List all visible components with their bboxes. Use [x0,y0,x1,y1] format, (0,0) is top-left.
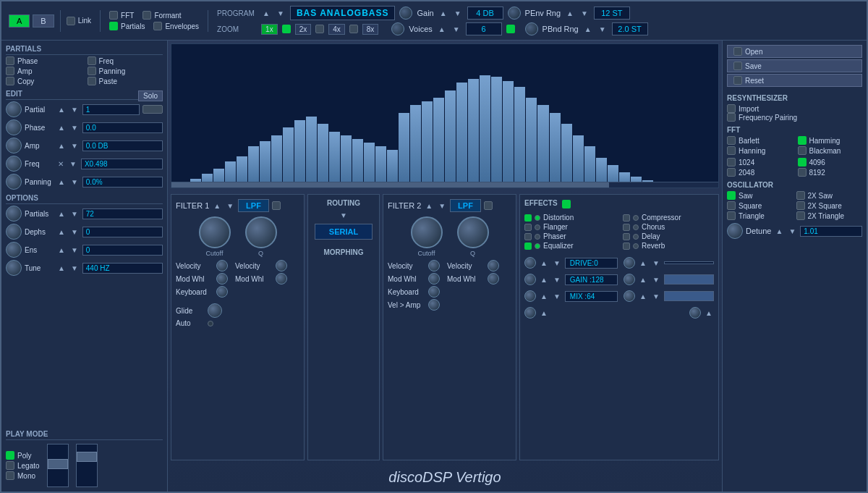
routing-display[interactable]: SERIAL [315,224,373,240]
copy-led[interactable] [6,77,14,85]
phase-knob[interactable] [6,119,22,135]
vel-amp-knob[interactable] [428,299,440,311]
drive-display[interactable]: DRIVE:0 [565,258,618,269]
extra2-up[interactable]: ▲ [704,309,714,317]
filter1-mod-knob2[interactable] [276,273,287,285]
filter1-led[interactable] [272,201,281,210]
tune-down[interactable]: ▼ [69,264,80,272]
mix-down[interactable]: ▼ [552,292,562,300]
filter2-mod-knob2[interactable] [488,273,499,285]
filter2-key-knob[interactable] [428,286,440,298]
extra-up[interactable]: ▲ [539,309,549,317]
partial-arrow-up[interactable]: ▲ [56,106,67,114]
partial-knob[interactable] [6,101,22,117]
filter2-vel-knob2[interactable] [488,260,499,271]
ens-up[interactable]: ▲ [56,246,67,254]
fft-led[interactable] [109,11,118,20]
equalizer-led[interactable] [524,243,532,250]
gain2-up[interactable]: ▲ [638,276,648,284]
compressor-led[interactable] [623,214,630,222]
paste-led[interactable] [88,77,96,85]
filter1-type[interactable]: LPF [238,199,269,212]
barlett-led[interactable] [727,136,736,145]
drive-down[interactable]: ▼ [552,259,562,267]
import-led[interactable] [727,104,736,113]
freq-value[interactable]: X0.498 [81,159,163,169]
partials-opt-knob[interactable] [6,206,22,222]
effects-led[interactable] [562,200,571,208]
envelopes-led[interactable] [153,22,162,30]
triangle2x-led[interactable] [796,211,805,220]
mix2-up[interactable]: ▲ [638,292,648,300]
zoom-8x[interactable]: 8x [362,24,379,35]
filter1-vel-knob2[interactable] [276,260,287,271]
gain-display[interactable]: 4 DB [467,7,503,20]
reset-button[interactable]: Reset [727,74,862,87]
zoom-4x[interactable]: 4x [328,24,345,35]
drive2-down[interactable]: ▼ [651,259,661,267]
phase-value[interactable]: 0.0 [82,122,163,133]
gain-knob-r[interactable] [624,274,635,285]
detune-down[interactable]: ▼ [787,227,797,235]
v4096-led[interactable] [798,158,807,167]
freq-pairing-led[interactable] [727,113,736,122]
amp-led[interactable] [6,67,14,75]
v8192-led[interactable] [798,168,807,177]
formant-led[interactable] [142,11,151,20]
program-display[interactable]: BAS ANALOGBASS [290,6,396,20]
gain-down[interactable]: ▼ [552,276,562,284]
triangle-led[interactable] [727,211,736,220]
amp-knob[interactable] [6,138,22,153]
mix-up[interactable]: ▲ [539,292,549,300]
gain2-down[interactable]: ▼ [651,276,661,284]
solo-button[interactable]: Solo [138,90,163,101]
panning-led[interactable] [88,67,96,75]
legato-led[interactable] [6,461,14,470]
square-led[interactable] [727,201,736,210]
partials-opt-down[interactable]: ▼ [69,210,80,218]
open-button[interactable]: Open [727,45,862,58]
pbnd-arrow-down[interactable]: ▼ [597,25,608,33]
mix-knob-l[interactable] [524,290,536,302]
detune-up[interactable]: ▲ [774,227,784,235]
flanger-led[interactable] [524,224,532,231]
mix2-down[interactable]: ▼ [651,292,661,300]
voices-arrow-up[interactable]: ▲ [437,25,447,33]
partial-value[interactable]: 1 [82,104,140,115]
tab-b[interactable]: B [33,14,54,28]
drive-knob-l[interactable] [524,257,536,269]
tune-knob[interactable] [6,260,22,276]
program-arrow-up[interactable]: ▲ [261,9,271,17]
filter2-vel-knob1[interactable] [428,260,440,271]
mix-display[interactable]: MIX :64 [565,291,618,302]
filter1-arrow-down[interactable]: ▼ [225,202,235,210]
filter1-cutoff-knob[interactable] [199,216,231,248]
penv-display[interactable]: 12 ST [594,7,630,20]
square2x-led[interactable] [796,201,805,210]
gain-display[interactable]: GAIN :128 [565,274,618,285]
voices-arrow-down[interactable]: ▼ [451,25,461,33]
filter2-arrow-down[interactable]: ▼ [437,202,447,210]
gain-arrow-up[interactable]: ▲ [438,9,448,17]
partial-arrow-down[interactable]: ▼ [69,106,80,114]
mix-knob-r[interactable] [624,290,635,302]
fader-right[interactable] [76,444,98,487]
filter2-led[interactable] [484,201,493,210]
dephs-knob[interactable] [6,224,22,240]
phase-arrow-up[interactable]: ▲ [56,124,67,132]
saw-led[interactable] [727,191,736,200]
extra-knob-r[interactable] [689,307,701,319]
gain-arrow-down[interactable]: ▼ [453,9,463,17]
reverb-led[interactable] [623,243,630,250]
filter2-q-knob[interactable] [457,216,489,248]
penv-arrow-up[interactable]: ▲ [565,9,575,17]
dephs-up[interactable]: ▲ [56,228,67,236]
penv-arrow-down[interactable]: ▼ [579,9,590,17]
program-arrow-down[interactable]: ▼ [276,9,286,17]
filter1-key-knob[interactable] [216,286,228,298]
detune-value[interactable]: 1.01 [800,226,862,237]
hamming-led[interactable] [798,136,807,145]
amp-value[interactable]: 0.0 DB [82,140,163,151]
phase-led[interactable] [6,56,14,65]
freq-led[interactable] [88,56,96,65]
